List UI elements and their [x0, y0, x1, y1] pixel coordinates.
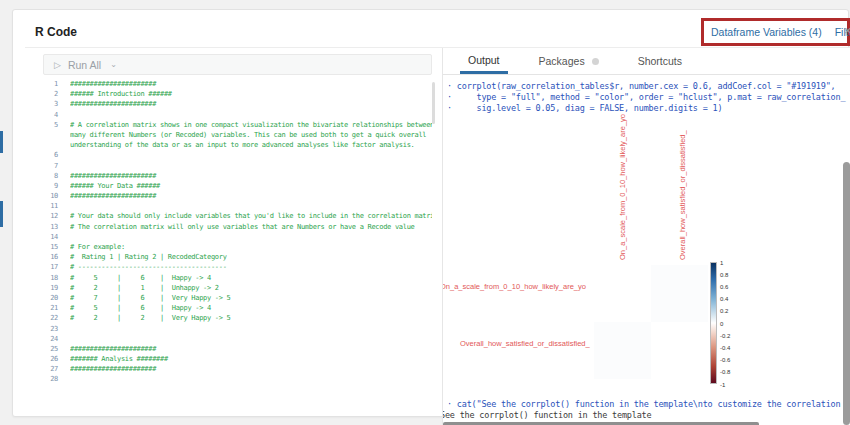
line-number: 14 — [43, 232, 58, 242]
code-line: 22# 2 | 2 | Very Happy -> 5 — [43, 313, 432, 323]
code-line: 3###################### — [43, 99, 432, 109]
line-number: 5 — [43, 120, 58, 130]
colorbar-tick-label: -0.8 — [720, 369, 730, 375]
close-icon[interactable]: × — [844, 23, 850, 38]
vertical-scrollbar[interactable] — [843, 162, 850, 425]
code-text: # 5 | 6 | Happy -> 4 — [70, 273, 432, 283]
colorbar-tick-label: 0.2 — [720, 308, 728, 314]
code-text: ###################### — [70, 171, 432, 181]
code-line: 25###################### — [43, 344, 432, 354]
code-text: ###################### — [70, 364, 432, 374]
colorbar-tick-label: 0.6 — [720, 284, 728, 290]
colorbar-tick-label: 0 — [720, 321, 723, 327]
chevron-down-icon[interactable]: ⌄ — [110, 60, 117, 69]
code-text — [70, 201, 432, 211]
line-number: 23 — [43, 324, 58, 334]
tab-output[interactable]: Output — [460, 48, 508, 74]
output-panel: OutputPackagesShortcuts · corrplot(raw_c… — [442, 48, 850, 425]
code-text — [70, 374, 432, 384]
play-icon: ▷ — [54, 60, 61, 70]
code-line: 21# 5 | 6 | Happy -> 4 — [43, 303, 432, 313]
code-line: 6 — [43, 150, 432, 160]
code-text — [70, 161, 432, 171]
code-text: # 5 | 6 | Happy -> 4 — [70, 303, 432, 313]
code-line: 1###################### — [43, 79, 432, 89]
line-number: 4 — [43, 110, 58, 120]
code-text: # 2 | 2 | Very Happy -> 5 — [70, 313, 432, 323]
code-text: ###### Introduction ###### — [70, 89, 432, 99]
code-text: ###### Your Data ###### — [70, 181, 432, 191]
code-line: 13# The correlation matrix will only use… — [43, 222, 432, 232]
code-text: # The correlation matrix will only use v… — [70, 222, 432, 232]
code-text — [70, 232, 432, 242]
code-text — [70, 110, 432, 120]
output-tabbar: OutputPackagesShortcuts — [443, 48, 850, 75]
code-line: 28 — [43, 374, 432, 384]
code-line: 11 — [43, 201, 432, 211]
code-text: ###################### — [70, 344, 432, 354]
code-line: 20# 7 | 6 | Very Happy -> 5 — [43, 293, 432, 303]
code-text: many different Numbers (or Recoded) vari… — [70, 130, 432, 140]
line-number: 17 — [43, 262, 58, 272]
line-number — [43, 130, 58, 140]
code-line: many different Numbers (or Recoded) vari… — [43, 130, 432, 140]
console-line: See the corrplot() function in the templ… — [443, 410, 651, 421]
line-number: 10 — [43, 191, 58, 201]
corr-cell — [594, 265, 651, 322]
run-all-button[interactable]: Run All — [68, 59, 101, 71]
code-text: # 2 | 1 | Unhappy -> 2 — [70, 283, 432, 293]
corr-cell — [594, 322, 651, 379]
line-number: 18 — [43, 273, 58, 283]
line-number: 7 — [43, 161, 58, 171]
code-line: 19# 2 | 1 | Unhappy -> 2 — [43, 283, 432, 293]
code-line: 4 — [43, 110, 432, 120]
colorbar-tick-label: -1 — [720, 382, 725, 388]
colorbar-tick-label: 0.4 — [720, 296, 728, 302]
code-text: # 7 | 6 | Very Happy -> 5 — [70, 293, 432, 303]
packages-badge-icon — [592, 58, 599, 65]
line-number: 22 — [43, 313, 58, 323]
code-text: ###################### — [70, 99, 432, 109]
code-text: # Your data should only include variable… — [70, 211, 432, 221]
code-line: 8###################### — [43, 171, 432, 181]
line-number: 25 — [43, 344, 58, 354]
plot-row-label-2: Overall_how_satisfied_or_dissatisfied_ — [460, 339, 590, 348]
code-line: 18# 5 | 6 | Happy -> 4 — [43, 273, 432, 283]
corr-cell — [651, 265, 708, 322]
colorbar-tick-label: 0.8 — [720, 272, 728, 278]
plot-column-label-2: Overall_how_satisfied_or_dissatisfied_ — [678, 130, 687, 260]
code-line: understanding of the data or as an input… — [43, 140, 432, 150]
console-line: · corrplot(raw_correlation_tables$r, num… — [447, 81, 835, 92]
line-number: 12 — [43, 211, 58, 221]
tab-packages[interactable]: Packages — [531, 48, 607, 74]
dataframe-variables-link[interactable]: Dataframe Variables (4) — [711, 26, 822, 38]
colorbar-tick-label: 1 — [720, 260, 723, 266]
line-number — [43, 140, 58, 150]
line-number: 15 — [43, 242, 58, 252]
code-text: # For example: — [70, 242, 432, 252]
line-number: 2 — [43, 89, 58, 99]
line-number: 9 — [43, 181, 58, 191]
line-number: 3 — [43, 99, 58, 109]
console-line: · sig.level = 0.05, diag = FALSE, number… — [447, 103, 722, 114]
console-line: · type = "full", method = "color", order… — [447, 92, 845, 103]
line-number: 6 — [43, 150, 58, 160]
code-text: ###################### — [70, 79, 432, 89]
code-text: # Rating 1 | Rating 2 | RecodedCategory — [70, 252, 432, 262]
line-number: 26 — [43, 354, 58, 364]
code-line: 15# For example: — [43, 242, 432, 252]
code-line: 2###### Introduction ###### — [43, 89, 432, 99]
plot-column-label-1: On_a_scale_from_0_10_how_likely_are_yo — [618, 114, 627, 260]
line-number: 11 — [43, 201, 58, 211]
editor-vertical-scrollbar[interactable] — [432, 82, 435, 124]
code-line: 26####### Analysis ######## — [43, 354, 432, 364]
line-number: 16 — [43, 252, 58, 262]
code-text: understanding of the data or as an input… — [70, 140, 432, 150]
line-number: 8 — [43, 171, 58, 181]
tab-shortcuts[interactable]: Shortcuts — [630, 48, 690, 74]
code-editor[interactable]: 1######################2###### Introduct… — [43, 79, 432, 394]
code-text: ####### Analysis ######## — [70, 354, 432, 364]
annotation-highlight-box: Dataframe Variables (4) Filters ··· — [701, 18, 850, 46]
code-line: 14 — [43, 232, 432, 242]
output-body: · corrplot(raw_correlation_tables$r, num… — [443, 75, 850, 425]
